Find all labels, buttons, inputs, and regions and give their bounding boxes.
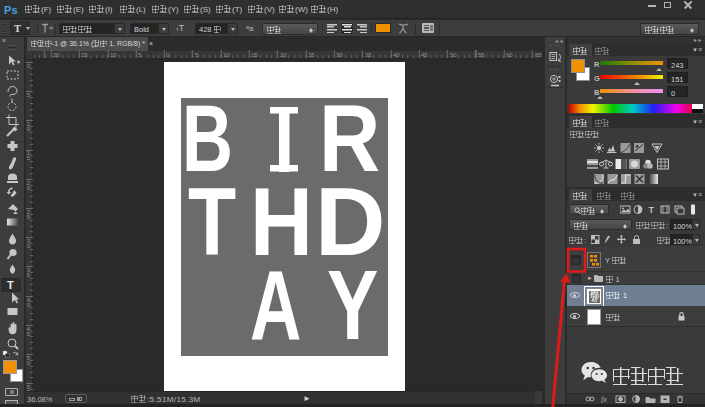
svg-text:»: » bbox=[2, 37, 6, 44]
svg-text:T: T bbox=[649, 205, 655, 215]
svg-text:fx: fx bbox=[601, 395, 607, 403]
svg-text:T: T bbox=[7, 279, 14, 291]
